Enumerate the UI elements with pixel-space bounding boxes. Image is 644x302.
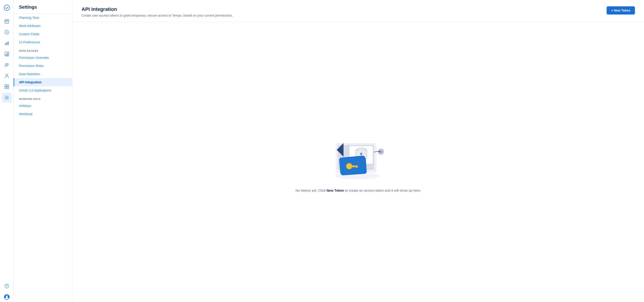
svg-rect-7	[6, 42, 7, 45]
calendar-icon[interactable]	[2, 16, 12, 26]
sidebar-section-working-days: WORKING DAYS	[14, 94, 72, 102]
api-illustration	[322, 132, 394, 182]
gear-settings-icon[interactable]	[2, 93, 12, 103]
user-avatar-icon[interactable]	[2, 292, 12, 302]
main-header-text: API Integration Create user access token…	[82, 6, 233, 17]
sidebar-item-permission-overview[interactable]: Permission Overview	[14, 54, 72, 62]
svg-rect-12	[8, 53, 8, 56]
svg-point-24	[6, 295, 8, 297]
svg-rect-31	[361, 154, 362, 155]
svg-rect-2	[6, 21, 6, 22]
main-title: API Integration	[82, 6, 233, 12]
person-icon[interactable]	[2, 71, 12, 81]
sidebar-item-oauth[interactable]: OAuth 2.0 Applications	[14, 86, 72, 94]
svg-point-40	[379, 151, 380, 152]
svg-point-14	[7, 64, 8, 65]
arrow-right-icon[interactable]	[2, 27, 12, 37]
svg-rect-4	[8, 21, 8, 22]
chart-icon[interactable]	[2, 49, 12, 59]
svg-rect-16	[5, 85, 6, 86]
sidebar-item-api-integration[interactable]: API Integration	[14, 78, 72, 86]
empty-message-suffix: to create an access token and it will sh…	[344, 189, 421, 192]
svg-rect-17	[7, 85, 9, 86]
main-body: No tokens yet. Click New Token to create…	[72, 22, 644, 302]
svg-rect-10	[6, 54, 6, 56]
bar-chart-icon[interactable]	[2, 38, 12, 48]
svg-rect-8	[8, 42, 8, 45]
sidebar: Settings Planning Time Work Attributes C…	[14, 0, 72, 302]
svg-point-15	[6, 74, 8, 76]
sidebar-item-custom-fields[interactable]: Custom Fields	[14, 30, 72, 38]
sidebar-item-work-attributes[interactable]: Work Attributes	[14, 22, 72, 30]
svg-point-0	[4, 5, 10, 11]
svg-rect-19	[7, 87, 9, 89]
main-subtitle: Create user access tokens to grant tempo…	[82, 14, 233, 17]
svg-point-5	[5, 30, 9, 34]
svg-point-34	[346, 163, 352, 169]
sidebar-item-ui-preferences[interactable]: UI Preferences	[14, 38, 72, 46]
icon-rail	[0, 0, 14, 302]
svg-point-20	[6, 97, 8, 99]
svg-rect-3	[6, 21, 7, 22]
sidebar-header: Settings	[14, 0, 72, 14]
sidebar-item-permission-roles[interactable]: Permission Roles	[14, 62, 72, 70]
question-icon[interactable]	[2, 281, 12, 291]
sidebar-item-data-retention[interactable]: Data Retention	[14, 70, 72, 78]
main-content: API Integration Create user access token…	[72, 0, 644, 302]
sidebar-section-data-access: DATA ACCESS	[14, 46, 72, 54]
group-icon[interactable]	[2, 60, 12, 70]
empty-message-bold: New Token	[326, 189, 344, 192]
main-header: API Integration Create user access token…	[72, 0, 644, 22]
sidebar-item-holidays[interactable]: Holidays	[14, 102, 72, 110]
svg-point-22	[6, 287, 7, 287]
empty-state-message: No tokens yet. Click New Token to create…	[296, 189, 421, 192]
grid-icon[interactable]	[2, 82, 12, 92]
svg-rect-11	[6, 53, 7, 56]
empty-message-prefix: No tokens yet. Click	[296, 189, 326, 192]
svg-rect-37	[354, 166, 356, 167]
svg-rect-6	[5, 43, 6, 45]
svg-point-13	[5, 64, 7, 65]
brand-check-icon[interactable]	[2, 3, 12, 13]
svg-rect-36	[356, 166, 357, 168]
sidebar-item-planning-time[interactable]: Planning Time	[14, 14, 72, 22]
new-token-button[interactable]: + New Token	[606, 6, 635, 15]
svg-rect-18	[5, 87, 6, 89]
sidebar-item-workload[interactable]: Workload	[14, 110, 72, 118]
